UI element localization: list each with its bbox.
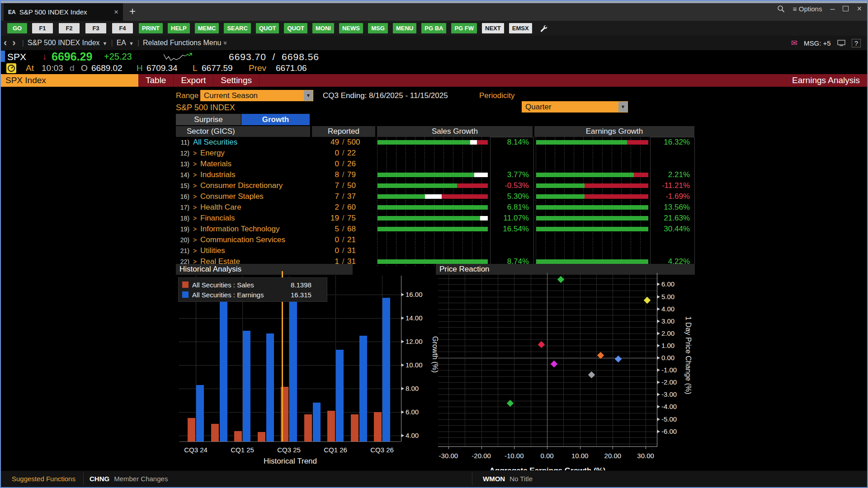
sector-name[interactable]: All Securities <box>193 137 237 148</box>
toolbar-button-emsx[interactable]: EMSX <box>509 23 532 33</box>
tab-surprise[interactable]: Surprise <box>176 114 241 125</box>
sector-name[interactable]: Financials <box>200 213 235 224</box>
toolbar-button-quot[interactable]: QUOT <box>284 23 307 33</box>
table-row[interactable]: 12)>Energy0/22 <box>176 148 695 159</box>
gridline <box>438 284 657 285</box>
sector-name[interactable]: Health Care <box>200 202 241 213</box>
table-row[interactable]: 17)>Health Care2/606.81%13.56% <box>176 202 695 213</box>
earnings-bar <box>289 291 297 441</box>
expand-caret-icon[interactable]: > <box>193 235 197 245</box>
function-menu[interactable]: EA▼ <box>117 39 134 47</box>
expand-caret-icon[interactable]: > <box>193 180 197 191</box>
panel-launch-icon[interactable] <box>837 40 845 46</box>
toolbar-button-help[interactable]: HELP <box>168 23 190 33</box>
msg-count[interactable]: MSG: +5 <box>804 39 831 47</box>
bar-miss-segment <box>585 183 648 188</box>
tick-icon <box>580 446 580 449</box>
table-row[interactable]: 21)>Utilities0/31 <box>176 245 695 256</box>
table-row[interactable]: 16)>Consumer Staples7/375.30%-1.69% <box>176 191 695 202</box>
reported-count: 0/26 <box>311 159 376 169</box>
context-security-tab[interactable]: SPX Index <box>1 74 138 87</box>
toolbar-button-pg-fw[interactable]: PG FW <box>451 23 477 33</box>
table-row[interactable]: 13)>Materials0/26 <box>176 159 695 169</box>
earnings-growth-bar-cell <box>536 224 649 235</box>
options-menu[interactable]: ≡ Options <box>793 5 822 13</box>
toolbar-button-f3[interactable]: F3 <box>85 23 106 33</box>
sector-name[interactable]: Communication Services <box>200 235 285 245</box>
earnings-growth-bar <box>536 259 648 264</box>
sector-name[interactable]: Utilities <box>200 245 225 256</box>
menu-item-export[interactable]: Export <box>174 74 213 87</box>
col-header-sector[interactable]: Sector (GICS) <box>176 126 311 137</box>
toolbar-button-f4[interactable]: F4 <box>112 23 133 33</box>
close-icon[interactable]: × <box>857 5 862 13</box>
col-header-reported[interactable]: Reported <box>312 126 376 137</box>
toolbar-button-print[interactable]: PRINT <box>139 23 163 33</box>
search-icon[interactable] <box>777 5 785 13</box>
wrench-icon[interactable] <box>540 24 547 32</box>
menu-item-settings[interactable]: Settings <box>213 74 259 87</box>
help-button[interactable]: ? <box>852 39 861 47</box>
menu-item-table[interactable]: Table <box>138 74 174 87</box>
toolbar-button-news[interactable]: NEWS <box>339 23 363 33</box>
sector-name[interactable]: Energy <box>200 148 225 159</box>
sector-name[interactable]: Information Technology <box>200 224 279 235</box>
periodicity-dropdown[interactable]: Quarter ▼ <box>522 101 628 113</box>
suggested-function-wmon[interactable]: WMONNo Title <box>483 475 533 483</box>
chevron-down-icon[interactable]: ▼ <box>304 90 313 101</box>
sector-name[interactable]: Industrials <box>200 169 235 180</box>
toolbar-button-f1[interactable]: F1 <box>32 23 53 33</box>
expand-caret-icon[interactable]: > <box>193 224 197 235</box>
toolbar-button-moni[interactable]: MONI <box>312 23 334 33</box>
message-envelope-icon[interactable]: ✉ <box>791 38 797 48</box>
expand-caret-icon[interactable]: > <box>193 159 197 169</box>
double-chevron-down-icon: » <box>222 41 229 45</box>
at-label: At <box>26 63 34 73</box>
back-icon[interactable]: ‹ <box>1 37 9 49</box>
expand-caret-icon[interactable]: > <box>193 191 197 202</box>
expand-caret-icon[interactable]: > <box>193 148 197 159</box>
toolbar-button-memc[interactable]: MEMC <box>195 23 219 33</box>
expand-caret-icon[interactable]: > <box>193 213 197 224</box>
table-row[interactable]: 14)>Industrials8/793.77%2.21% <box>176 169 695 180</box>
reported-done: 7 <box>311 191 339 202</box>
new-tab-button[interactable]: + <box>129 5 136 18</box>
terminal-tab[interactable]: EA S&P 500 INDEX Index × <box>4 3 123 21</box>
minimize-icon[interactable]: – <box>830 5 835 13</box>
sector-name[interactable]: Consumer Discretionary <box>200 180 283 191</box>
related-functions-menu[interactable]: Related Functions Menu» <box>143 39 227 47</box>
tab-close-icon[interactable]: × <box>114 8 118 17</box>
table-row[interactable]: 20)>Communication Services0/21 <box>176 235 695 245</box>
maximize-icon[interactable] <box>843 6 849 11</box>
forward-icon[interactable]: › <box>9 37 18 49</box>
toolbar-button-searc[interactable]: SEARC <box>224 23 251 33</box>
toolbar-button-menu[interactable]: MENU <box>393 23 416 33</box>
col-header-sales-growth[interactable]: Sales Growth <box>377 126 533 137</box>
expand-caret-icon[interactable]: > <box>193 202 197 213</box>
security-menu[interactable]: S&P 500 INDEX Index▼ <box>28 39 108 47</box>
chevron-down-icon[interactable]: ▼ <box>618 102 627 112</box>
gridline <box>438 413 657 413</box>
suggested-functions-link[interactable]: Suggested Functions <box>12 475 75 483</box>
table-row[interactable]: 11)All Securities49/5008.14%16.32% <box>176 137 695 148</box>
toolbar-button-quot[interactable]: QUOT <box>256 23 279 33</box>
suggested-function-chng[interactable]: CHNGMember Changes <box>90 475 168 483</box>
expand-caret-icon[interactable]: > <box>193 169 197 180</box>
toolbar-button-f2[interactable]: F2 <box>59 23 80 33</box>
sector-name[interactable]: Materials <box>200 159 231 169</box>
gridline <box>438 303 657 303</box>
table-row[interactable]: 15)>Consumer Discretionary7/50-0.53%-11.… <box>176 180 695 191</box>
tab-growth[interactable]: Growth <box>241 114 310 125</box>
sector-name[interactable]: Consumer Staples <box>200 191 264 202</box>
toolbar-button-pg-ba[interactable]: PG BA <box>421 23 446 33</box>
col-header-earnings-growth[interactable]: Earnings Growth <box>534 126 694 137</box>
legend-item: All Securities : Sales8.1398 <box>182 280 323 290</box>
table-row[interactable]: 19)>Information Technology5/6816.54%30.4… <box>176 224 695 235</box>
toolbar-button-next[interactable]: NEXT <box>482 23 504 33</box>
high-price: 6709.34 <box>146 63 178 73</box>
range-dropdown[interactable]: Current Season ▼ <box>200 90 313 101</box>
toolbar-button-go[interactable]: GO <box>7 23 27 33</box>
table-row[interactable]: 18)>Financials19/7511.07%21.63% <box>176 213 695 224</box>
expand-caret-icon[interactable]: > <box>193 245 197 256</box>
toolbar-button-msg[interactable]: MSG <box>368 23 388 33</box>
